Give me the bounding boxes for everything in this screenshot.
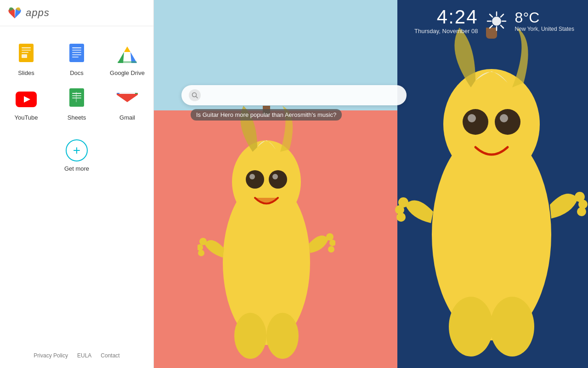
svg-point-21 [500, 114, 508, 122]
drive-label: Google Drive [110, 69, 145, 76]
slides-icon [15, 44, 37, 66]
time-display: 4:24 [437, 7, 478, 27]
get-more-label: Get more [64, 165, 89, 172]
search-input[interactable] [205, 92, 399, 99]
svg-point-14 [328, 246, 334, 253]
app-item-gmail[interactable]: Gmail [104, 85, 150, 125]
heart-logo-icon [7, 6, 22, 20]
svg-point-8 [266, 313, 299, 359]
svg-rect-39 [72, 54, 81, 55]
svg-point-3 [246, 170, 264, 189]
svg-point-9 [199, 238, 207, 245]
search-icon [189, 89, 201, 101]
docs-icon [66, 44, 88, 66]
youtube-label: YouTube [14, 114, 38, 121]
svg-point-16 [443, 69, 540, 179]
apps-title: apps [26, 7, 50, 19]
svg-point-61 [492, 17, 501, 26]
sun-icon [486, 10, 508, 32]
svg-point-7 [234, 313, 266, 359]
date-display: Thursday, November 08 [414, 28, 478, 34]
weather-widget: 4:24 Thursday, November 08 8°C New York,… [414, 7, 574, 34]
sidebar: apps Slides [0, 0, 154, 368]
gmail-icon [116, 88, 138, 110]
svg-point-20 [468, 114, 476, 122]
contact-link[interactable]: Contact [101, 352, 119, 359]
svg-point-22 [449, 297, 493, 356]
sidebar-header: apps [0, 0, 153, 26]
app-item-drive[interactable]: Google Drive [104, 40, 150, 80]
sidebar-footer: Privacy Policy EULA Contact [34, 352, 119, 359]
svg-point-13 [329, 240, 335, 246]
svg-point-26 [396, 213, 406, 222]
svg-point-4 [269, 170, 287, 189]
gmail-label: Gmail [119, 114, 135, 121]
svg-point-23 [490, 297, 534, 356]
svg-rect-36 [72, 47, 81, 48]
docs-label: Docs [70, 69, 84, 76]
svg-point-6 [272, 174, 278, 179]
svg-line-66 [490, 14, 492, 17]
app-item-slides[interactable]: Slides [3, 40, 49, 80]
apps-grid: Slides Docs [0, 26, 153, 134]
svg-rect-33 [22, 52, 28, 53]
slides-label: Slides [18, 69, 34, 76]
svg-rect-37 [72, 50, 81, 51]
svg-point-1 [232, 140, 301, 223]
svg-point-18 [463, 109, 488, 135]
get-more-button[interactable]: + Get more [61, 136, 93, 176]
svg-marker-45 [124, 46, 130, 52]
time-block: 4:24 Thursday, November 08 [414, 7, 478, 34]
sheets-label: Sheets [68, 114, 86, 121]
svg-rect-46 [118, 61, 137, 63]
svg-rect-34 [22, 54, 27, 58]
svg-point-11 [198, 250, 204, 256]
app-item-docs[interactable]: Docs [54, 40, 100, 80]
svg-point-5 [249, 174, 255, 179]
banana-right [395, 28, 588, 368]
location-display: New York, United States [515, 26, 574, 32]
app-item-youtube[interactable]: YouTube [3, 85, 49, 125]
svg-rect-52 [72, 98, 81, 98]
drive-icon [116, 44, 138, 66]
svg-point-10 [198, 244, 203, 251]
temp-block: 8°C New York, United States [515, 10, 574, 32]
add-icon: + [66, 139, 88, 161]
search-suggestion: Is Guitar Hero more popular than Aerosmi… [191, 109, 342, 121]
youtube-icon [15, 88, 37, 110]
svg-point-12 [326, 233, 334, 241]
eula-link[interactable]: EULA [77, 352, 91, 359]
svg-rect-31 [22, 47, 31, 48]
svg-rect-51 [72, 95, 81, 96]
svg-line-68 [501, 14, 503, 17]
svg-rect-32 [22, 50, 31, 51]
temperature-display: 8°C [515, 10, 540, 25]
svg-point-29 [577, 207, 586, 216]
banana-left [198, 106, 335, 368]
search-bar[interactable] [181, 85, 407, 105]
svg-rect-50 [72, 93, 81, 94]
svg-line-67 [501, 25, 503, 28]
search-container: Is Guitar Hero more popular than Aerosmi… [181, 85, 407, 105]
sheets-icon [66, 88, 88, 110]
svg-rect-38 [72, 52, 81, 53]
svg-point-19 [495, 109, 520, 135]
privacy-policy-link[interactable]: Privacy Policy [34, 352, 68, 359]
svg-rect-40 [72, 57, 79, 58]
svg-line-60 [196, 97, 198, 98]
app-item-sheets[interactable]: Sheets [54, 85, 100, 125]
svg-line-69 [490, 25, 492, 28]
